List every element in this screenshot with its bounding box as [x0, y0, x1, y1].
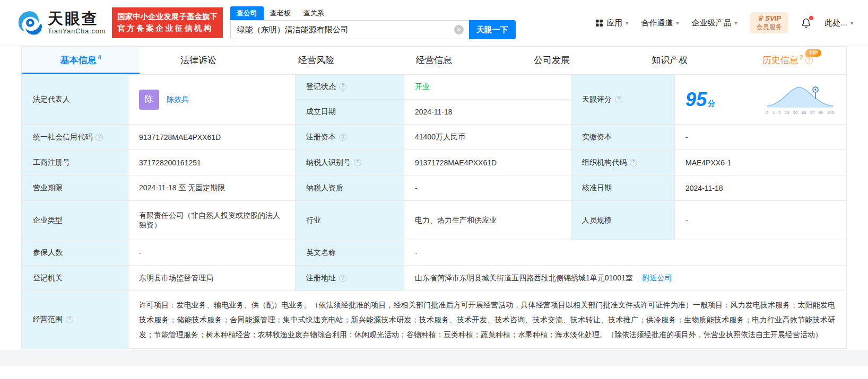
header: 天眼查 TianYanCha.com 国家中小企业发展子基金旗下 官方备案企业征… [0, 0, 868, 46]
help-icon[interactable] [339, 275, 346, 282]
tab-history-info[interactable]: VIP 历史信息2 [728, 47, 846, 74]
registration-authority-label: 登记机关 [22, 266, 128, 291]
nav-enterprise-products[interactable]: 企业级产品 ▾ [691, 18, 737, 28]
tab-company-development[interactable]: 公司发展 [493, 47, 611, 74]
business-scope-label: 经营范围 [22, 291, 128, 349]
chevron-down-icon: ▾ [734, 20, 737, 26]
credit-code-value: 91371728MAE4PXX61D [128, 125, 296, 150]
tab-basic-count: 4 [98, 54, 101, 60]
score-axis: 0131550859799100 [766, 110, 834, 115]
legal-representative-value: 陈 陈效兵 [128, 75, 296, 125]
score-curve-chart: 0131550859799100 [766, 84, 835, 115]
tianyancha-logo[interactable]: 天眼查 TianYanCha.com [16, 9, 106, 37]
svip-member-button[interactable]: ♛ SVIP 会员服务 [750, 12, 788, 33]
business-term-value: 2024-11-18 至 无固定期限 [128, 175, 296, 201]
search-button[interactable]: 天眼一下 [469, 20, 516, 39]
chevron-down-icon: ▾ [626, 20, 628, 26]
legal-representative-avatar[interactable]: 陈 [139, 90, 159, 110]
insured-count-label: 参保人数 [22, 240, 128, 266]
certification-line2: 官方备案企业征信机构 [117, 23, 218, 34]
basic-info-table: 法定代表人 陈 陈效兵 登记状态 开业 天眼评分 95分 [22, 74, 846, 349]
tab-intellectual-property[interactable]: 知识产权 [611, 47, 728, 74]
chevron-down-icon: ▾ [676, 20, 679, 26]
nav-apps[interactable]: 应用 ▾ [595, 18, 628, 28]
tab-search-company[interactable]: 查公司 [230, 6, 264, 20]
business-scope-value: 许可项目：发电业务、输电业务、供（配）电业务。（依法须经批准的项目，经相关部门批… [128, 291, 846, 349]
company-detail-card: 基本信息4 法律诉讼 经营风险 经营信息 公司发展 知识产权 VIP 历史信息2… [21, 46, 847, 349]
tab-operating-risk[interactable]: 经营风险 [257, 47, 375, 74]
legal-representative-label: 法定代表人 [22, 75, 128, 125]
business-term-label: 营业期限 [22, 175, 128, 201]
tab-basic-info[interactable]: 基本信息4 [22, 47, 140, 74]
score-number: 95分 [685, 90, 715, 109]
nav-enterprise-label: 企业级产品 [691, 18, 731, 28]
approval-date-label: 核准日期 [571, 175, 675, 201]
nav-apps-label: 应用 [606, 18, 622, 28]
industry-label: 行业 [296, 201, 404, 240]
paid-capital-value: - [675, 125, 846, 150]
industry-value: 电力、热力生产和供应业 [404, 201, 571, 240]
nav-cooperation-label: 合作通道 [641, 18, 673, 28]
certification-badge: 国家中小企业发展子基金旗下 官方备案企业征信机构 [112, 7, 223, 38]
notification-bell-icon[interactable] [801, 17, 812, 29]
help-icon[interactable] [66, 316, 73, 323]
english-name-value: - [404, 240, 846, 266]
chevron-down-icon: ▾ [850, 20, 853, 26]
tab-history-count: 2 [800, 54, 803, 60]
company-tab-bar: 基本信息4 法律诉讼 经营风险 经营信息 公司发展 知识产权 VIP 历史信息2 [22, 47, 846, 74]
org-code-value: MAE4PXX6-1 [675, 150, 846, 175]
help-icon[interactable] [339, 83, 346, 91]
apps-grid-icon [595, 19, 603, 27]
brand-name: 天眼查 [48, 11, 106, 27]
help-icon[interactable] [615, 96, 622, 103]
company-type-label: 企业类型 [22, 201, 128, 240]
taxpayer-id-label: 纳税人识别号 [296, 150, 404, 175]
legal-representative-link[interactable]: 陈效兵 [167, 94, 189, 103]
search-area: 查公司 查老板 查关系 ✕ 天眼一下 [230, 6, 517, 39]
registered-capital-value: 41400万人民币 [404, 125, 571, 150]
help-icon[interactable] [339, 134, 346, 141]
brand-domain: TianYanCha.com [48, 28, 106, 35]
org-code-label: 组织机构代码 [571, 150, 675, 175]
registration-number-value: 371728200161251 [128, 150, 296, 175]
registration-status-label: 登记状态 [296, 75, 404, 100]
tab-business-info[interactable]: 经营信息 [375, 47, 493, 74]
user-menu[interactable]: 此处... ▾ [824, 18, 853, 28]
search-input[interactable] [231, 21, 469, 39]
help-icon[interactable] [630, 159, 637, 166]
taxpayer-quality-label: 纳税人资质 [296, 175, 404, 201]
taxpayer-id-value: 91371728MAE4PXX61D [404, 150, 571, 175]
svip-subtitle: 会员服务 [756, 23, 782, 31]
registration-number-label: 工商注册号 [22, 150, 128, 175]
logo-swirl-icon [16, 9, 44, 37]
top-navigation: 应用 ▾ 合作通道 ▾ 企业级产品 ▾ ♛ SVIP 会员服务 此处... ▾ [595, 12, 853, 33]
paid-capital-label: 实缴资本 [571, 125, 675, 150]
nearby-companies-link[interactable]: 附近公司 [643, 274, 672, 282]
approval-date-value: 2024-11-18 [675, 175, 846, 201]
company-type-value: 有限责任公司（非自然人投资或控股的法人独资） [128, 201, 296, 240]
tianyan-score-value: 95分 0131550859799100 [675, 75, 846, 125]
establish-date-label: 成立日期 [296, 100, 404, 125]
staff-size-label: 人员规模 [571, 201, 675, 240]
staff-size-value: - [675, 201, 846, 240]
notification-dot [809, 16, 813, 20]
nav-cooperation[interactable]: 合作通道 ▾ [641, 18, 679, 28]
search-box: ✕ [230, 20, 469, 39]
clear-search-icon[interactable]: ✕ [454, 25, 464, 34]
registration-authority-value: 东明县市场监督管理局 [128, 266, 296, 291]
registered-address-label: 注册地址 [296, 266, 404, 291]
registered-address-value: 山东省菏泽市东明县城关街道五四路西段北侧锦绣城1单元01001室 附近公司 [404, 266, 846, 291]
help-icon[interactable] [96, 134, 103, 141]
registered-capital-label: 注册资本 [296, 125, 404, 150]
insured-count-value: - [128, 240, 296, 266]
tab-legal-proceedings[interactable]: 法律诉讼 [140, 47, 257, 74]
history-help-icon[interactable] [805, 57, 813, 64]
tab-basic-label: 基本信息 [60, 54, 96, 66]
tab-search-relation[interactable]: 查关系 [297, 6, 331, 20]
user-menu-label: 此处... [824, 18, 847, 28]
tianyan-score-label: 天眼评分 [571, 75, 675, 125]
page-background-strip [0, 350, 868, 366]
tab-search-boss[interactable]: 查老板 [264, 6, 297, 20]
search-type-tabs: 查公司 查老板 查关系 [230, 6, 517, 20]
help-icon[interactable] [354, 159, 361, 166]
